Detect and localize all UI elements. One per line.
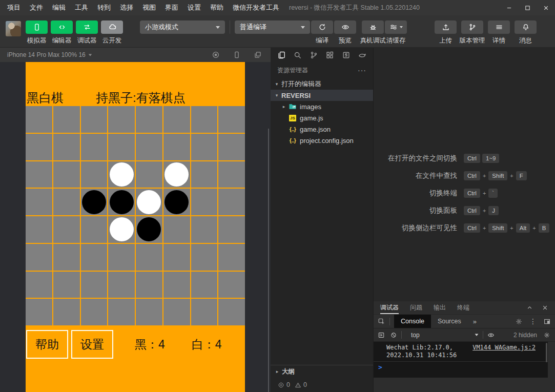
- menu-item-10[interactable]: 帮助: [205, 0, 228, 15]
- run-snippet-icon[interactable]: [378, 332, 385, 339]
- menu-item-2[interactable]: 文件: [25, 0, 48, 15]
- board-cell-r1c0[interactable]: [26, 134, 52, 160]
- tree-item-images[interactable]: ▸images: [271, 101, 373, 112]
- market-icon[interactable]: [358, 51, 366, 59]
- board-cell-r6c4[interactable]: [136, 272, 162, 298]
- board-cell-r1c4[interactable]: [136, 134, 162, 160]
- action-eye-button[interactable]: [334, 20, 356, 34]
- board-cell-r3c1[interactable]: [53, 189, 80, 215]
- device-icon[interactable]: [233, 51, 241, 59]
- menu-item-7[interactable]: 视图: [138, 0, 160, 15]
- board-cell-r4c0[interactable]: [26, 216, 52, 243]
- devtools-tab-sources[interactable]: Sources: [431, 315, 468, 328]
- more-actions-icon[interactable]: ···: [358, 68, 366, 73]
- hidden-messages-count[interactable]: 2 hidden: [513, 332, 537, 339]
- board-cell-r1c3[interactable]: [108, 134, 135, 160]
- board-cell-r4c1[interactable]: [53, 216, 80, 243]
- board-cell-r1c2[interactable]: [81, 134, 108, 160]
- board-cell-r4c6[interactable]: [191, 216, 218, 243]
- files-icon[interactable]: [277, 51, 286, 59]
- menu-item-11[interactable]: 微信开发者工具: [228, 0, 284, 15]
- log-source-link[interactable]: VM144 WAGame.js:2: [472, 344, 536, 352]
- panel-tab-调试器[interactable]: 调试器: [380, 301, 399, 314]
- board-cell-r7c5[interactable]: [163, 299, 190, 325]
- console-scrollbar[interactable]: [546, 343, 547, 362]
- close-panel-icon[interactable]: [542, 304, 548, 311]
- collapse-panel-icon[interactable]: [526, 304, 533, 311]
- board-cell-r4c2[interactable]: [81, 216, 108, 243]
- board-cell-r0c5[interactable]: [163, 106, 190, 133]
- board-cell-r6c7[interactable]: [218, 272, 245, 298]
- tree-item-game.json[interactable]: {..}game.json: [271, 123, 373, 135]
- nav-phone-button[interactable]: [26, 20, 48, 34]
- board-cell-r1c1[interactable]: [53, 134, 80, 160]
- board-cell-r3c0[interactable]: [26, 189, 52, 215]
- board-cell-r2c7[interactable]: [218, 161, 245, 188]
- record-icon[interactable]: [212, 51, 220, 59]
- menu-item-8[interactable]: 界面: [160, 0, 183, 15]
- board-cell-r1c5[interactable]: [163, 134, 190, 160]
- close-button[interactable]: [537, 0, 555, 15]
- board-cell-r5c0[interactable]: [26, 244, 52, 271]
- tree-item-project.config.json[interactable]: {..}project.config.json: [271, 135, 373, 146]
- search-icon[interactable]: [293, 51, 302, 59]
- board-cell-r3c5[interactable]: [163, 189, 190, 215]
- console-settings-icon[interactable]: [543, 332, 550, 339]
- board-cell-r7c1[interactable]: [53, 299, 80, 325]
- device-selector[interactable]: iPhone 14 Pro Max 100% 16: [7, 51, 92, 58]
- devtools-tab-console[interactable]: Console: [394, 315, 431, 328]
- minimize-button[interactable]: [500, 0, 518, 15]
- maximize-button[interactable]: [518, 0, 537, 15]
- board-cell-r6c6[interactable]: [191, 272, 218, 298]
- board-cell-r5c1[interactable]: [53, 244, 80, 271]
- board-cell-r2c1[interactable]: [53, 161, 80, 188]
- board-cell-r7c2[interactable]: [81, 299, 108, 325]
- board-cell-r6c0[interactable]: [26, 272, 52, 298]
- board-cell-r5c2[interactable]: [81, 244, 108, 271]
- action-layers-button[interactable]: [385, 20, 407, 34]
- board-cell-r7c3[interactable]: [108, 299, 135, 325]
- board-cell-r2c5[interactable]: [163, 161, 190, 188]
- console-prompt[interactable]: >: [374, 362, 548, 373]
- board-cell-r3c7[interactable]: [218, 189, 245, 215]
- action-bug-button[interactable]: [362, 20, 384, 34]
- game-button-settings[interactable]: 设置: [71, 330, 113, 359]
- tree-section-open-editors[interactable]: ▾打开的编辑器: [271, 78, 373, 90]
- board-cell-r7c0[interactable]: [26, 299, 52, 325]
- game-button-help[interactable]: 帮助: [26, 330, 68, 359]
- board-cell-r6c5[interactable]: [163, 272, 190, 298]
- mode-dropdown[interactable]: 小游戏模式: [140, 20, 225, 34]
- tree-section-root[interactable]: ▾REVERSI: [271, 90, 373, 101]
- board-cell-r4c3[interactable]: [108, 216, 135, 243]
- board-cell-r5c6[interactable]: [191, 244, 218, 271]
- board-cell-r5c3[interactable]: [108, 244, 135, 271]
- board-cell-r5c5[interactable]: [163, 244, 190, 271]
- menu-item-9[interactable]: 设置: [183, 0, 205, 15]
- board-cell-r6c2[interactable]: [81, 272, 108, 298]
- menu-item-1[interactable]: 项目: [3, 0, 25, 15]
- board-cell-r0c4[interactable]: [136, 106, 162, 133]
- dock-side-icon[interactable]: [543, 318, 551, 325]
- board-cell-r6c3[interactable]: [108, 272, 135, 298]
- board-cell-r0c2[interactable]: [81, 106, 108, 133]
- compile-mode-dropdown[interactable]: 普通编译: [235, 20, 310, 34]
- board-cell-r2c4[interactable]: [136, 161, 162, 188]
- multi-window-icon[interactable]: [254, 51, 262, 59]
- board-cell-r3c2[interactable]: [81, 189, 108, 215]
- board-cell-r4c4[interactable]: [136, 216, 162, 243]
- settings-gear-icon[interactable]: [515, 318, 523, 325]
- board-cell-r4c7[interactable]: [218, 216, 245, 243]
- inspect-element-icon[interactable]: [378, 318, 385, 325]
- console-eye-icon[interactable]: [487, 332, 495, 339]
- board-cell-r2c0[interactable]: [26, 161, 52, 188]
- board-cell-r3c3[interactable]: [108, 189, 135, 215]
- panel-tab-输出[interactable]: 输出: [434, 301, 446, 314]
- action-branch-button[interactable]: [461, 20, 483, 34]
- board-cell-r1c7[interactable]: [218, 134, 245, 160]
- tree-item-game.js[interactable]: JSgame.js: [271, 112, 373, 123]
- menu-item-4[interactable]: 工具: [70, 0, 93, 15]
- board-cell-r7c6[interactable]: [191, 299, 218, 325]
- board-cell-r0c7[interactable]: [218, 106, 245, 133]
- source-control-icon[interactable]: [310, 51, 318, 59]
- action-upload-button[interactable]: [435, 20, 457, 34]
